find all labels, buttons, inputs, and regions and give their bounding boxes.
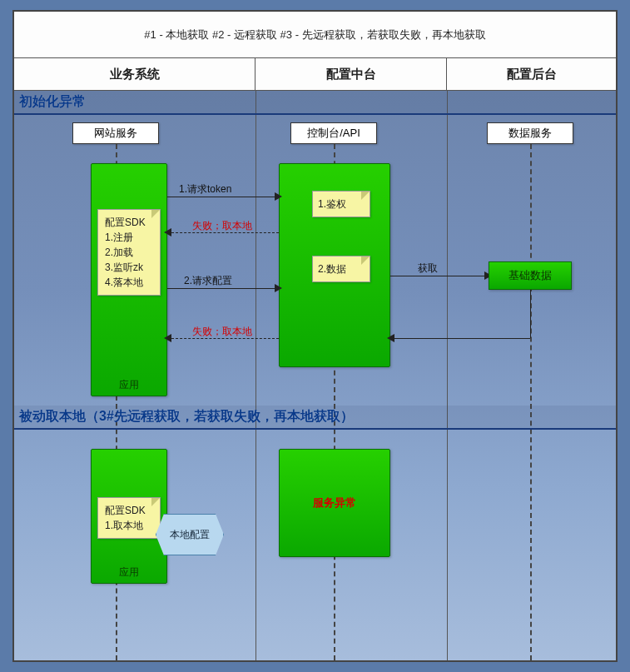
note-auth: 1.鉴权 (312, 191, 370, 217)
hexagon-local-config: 本地配置 (156, 514, 224, 555)
arrow-label-get: 获取 (418, 261, 438, 276)
note-sdk-1-item2: 2.加载 (105, 245, 153, 260)
section-2-title: 被动取本地（3#先远程获取，若获取失败，再本地获取） (19, 408, 354, 426)
arrowhead-req-config (275, 284, 282, 292)
arrow-line-req-config (167, 288, 279, 289)
arrow-line-req-token (167, 197, 279, 197)
return-vert (530, 290, 531, 338)
note-sdk-2-item1: 1.取本地 (105, 518, 153, 533)
lane-separator-1 (255, 91, 256, 660)
note-sdk-2-title: 配置SDK (105, 503, 153, 518)
lane-header-config-back: 配置后台 (447, 58, 616, 90)
lane-separator-2 (447, 91, 448, 660)
section-1-underline (14, 113, 616, 115)
arrow-label-fail-1: 失败；取本地 (192, 219, 252, 233)
lane-header-row: 业务系统 配置中台 配置后台 (14, 57, 616, 91)
note-sdk-1-item3: 3.监听zk (105, 260, 153, 275)
arrowhead-req-token (275, 192, 282, 201)
arrowhead-fail-2 (164, 334, 171, 342)
note-sdk-1-item4: 4.落本地 (105, 275, 153, 290)
label-service-error: 服务异常 (279, 495, 390, 510)
activation-app-2-label: 应用 (92, 565, 166, 580)
note-sdk-1: 配置SDK 1.注册 2.加载 3.监听zk 4.落本地 (97, 209, 161, 296)
lane-header-config-mid: 配置中台 (255, 58, 447, 90)
section-1-bar (14, 91, 616, 114)
note-sdk-1-item1: 1.注册 (105, 230, 153, 245)
arrow-line-fail-1 (167, 232, 279, 233)
arrow-label-fail-2: 失败；取本地 (192, 325, 252, 339)
lane-header-business: 业务系统 (14, 58, 255, 90)
lifeline-head-data: 数据服务 (487, 122, 573, 144)
note-sdk-1-title: 配置SDK (105, 215, 153, 230)
section-2-underline (14, 428, 616, 430)
activation-app-1-label: 应用 (92, 378, 166, 392)
arrowhead-fail-1 (164, 228, 171, 236)
box-basedata: 基础数据 (489, 261, 572, 290)
lifeline-head-web: 网站服务 (72, 122, 159, 144)
return-arrowhead (387, 334, 394, 342)
arrow-line-get (390, 276, 489, 276)
arrow-label-req-config: 2.请求配置 (184, 274, 232, 288)
diagram-title: #1 - 本地获取 #2 - 远程获取 #3 - 先远程获取，若获取失败，再本地… (14, 12, 616, 57)
lifeline-head-console: 控制台/API (290, 122, 377, 144)
note-sdk-2: 配置SDK 1.取本地 (97, 497, 161, 539)
note-datastep: 2.数据 (312, 256, 370, 282)
return-horz (390, 338, 530, 339)
diagram-canvas: #1 - 本地获取 #2 - 远程获取 #3 - 先远程获取，若获取失败，再本地… (12, 10, 618, 662)
diagram-body: 初始化异常 网站服务 控制台/API 数据服务 应用 配置SDK 1.注册 2.… (14, 91, 616, 660)
section-1-title: 初始化异常 (19, 93, 86, 111)
arrow-label-req-token: 1.请求token (179, 182, 231, 197)
lifeline-data (530, 144, 532, 660)
arrow-line-fail-2 (167, 338, 279, 339)
